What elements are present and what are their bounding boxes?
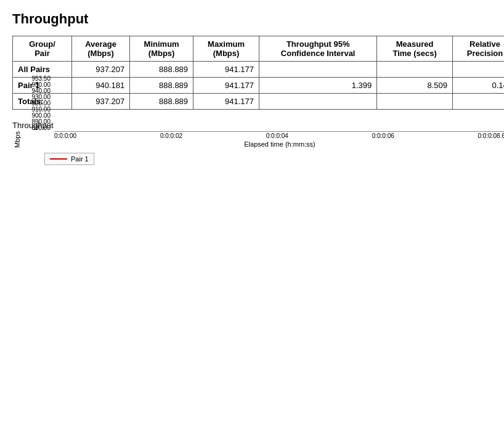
table-cell: [452, 62, 504, 78]
chart-inner: 880.00890.00900.00910.00920.00930.00940.…: [23, 131, 504, 148]
y-axis-label: Mbps: [12, 131, 22, 148]
table-cell: 888.889: [130, 94, 193, 110]
col-header-confidence: Throughput 95%Confidence Interval: [259, 36, 377, 62]
throughput-table: Group/Pair Average(Mbps) Minimum(Mbps) M…: [12, 36, 504, 110]
col-header-measured: MeasuredTime (secs): [377, 36, 453, 62]
chart-title: Throughput: [12, 121, 504, 130]
col-header-maximum: Maximum(Mbps): [193, 36, 259, 62]
table-row: Totals:937.207888.889941.177: [13, 94, 505, 110]
x-tick: 0:0:0:00: [54, 132, 76, 139]
x-ticks-row: 0:0:0:000:0:0:020:0:0:040:0:0:060:0:0:08…: [54, 132, 504, 139]
col-header-precision: RelativePrecision: [452, 36, 504, 62]
x-tick: 0:0:0:08.6: [478, 132, 505, 139]
legend-label-pair1: Pair 1: [71, 155, 89, 163]
table-cell: [259, 62, 377, 78]
legend: Pair 1: [44, 153, 94, 165]
table-cell: 940.181: [71, 78, 129, 94]
table-cell: 941.177: [193, 78, 259, 94]
x-tick: 0:0:0:06: [372, 132, 394, 139]
table-cell: 888.889: [130, 78, 193, 94]
x-tick: 0:0:0:02: [160, 132, 182, 139]
table-row: All Pairs937.207888.889941.177: [13, 62, 505, 78]
y-tick: 880.00: [23, 125, 53, 131]
table-cell: 941.177: [193, 62, 259, 78]
page-title: Throughput: [12, 11, 492, 27]
chart-area: Mbps 880.00890.00900.00910.00920.00930.0…: [12, 131, 504, 148]
table-cell: 937.207: [71, 94, 129, 110]
table-cell: [377, 62, 453, 78]
table-cell: 8.509: [377, 78, 453, 94]
x-axis-label: Elapsed time (h:mm:ss): [54, 140, 504, 148]
chart-container: Throughput Mbps 880.00890.00900.00910.00…: [12, 121, 504, 165]
table-cell: 1.399: [259, 78, 377, 94]
col-header-group: Group/Pair: [13, 36, 72, 62]
table-row: Pair 1940.181888.889941.1771.3998.5090.1…: [13, 78, 505, 94]
table-cell: [377, 94, 453, 110]
table-cell: [259, 94, 377, 110]
table-cell: 888.889: [130, 62, 193, 78]
col-header-average: Average(Mbps): [71, 36, 129, 62]
table-cell: 0.149: [452, 78, 504, 94]
table-cell: [452, 94, 504, 110]
x-tick: 0:0:0:04: [266, 132, 288, 139]
table-cell: 941.177: [193, 94, 259, 110]
table-cell: 937.207: [71, 62, 129, 78]
legend-line-pair1: [50, 158, 67, 160]
col-header-minimum: Minimum(Mbps): [130, 36, 193, 62]
plot-area: [54, 131, 504, 132]
